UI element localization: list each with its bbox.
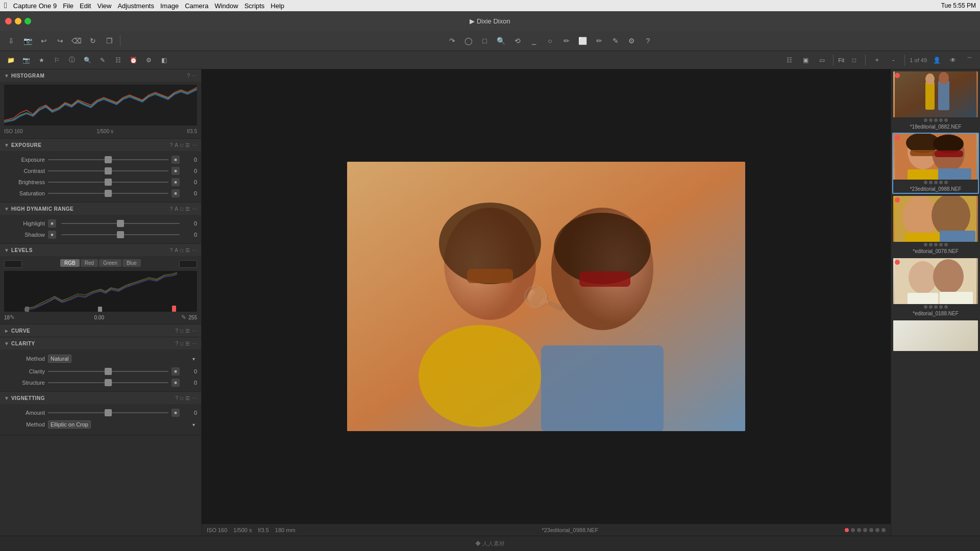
- levels-white-eyedropper[interactable]: ✎: [181, 314, 188, 321]
- clone-tool[interactable]: ⬜: [576, 34, 590, 48]
- hdr-question[interactable]: ?: [170, 206, 173, 212]
- rotate-tool[interactable]: ⟲: [510, 34, 525, 48]
- circle-tool[interactable]: ○: [543, 34, 557, 48]
- contrast-track[interactable]: [48, 170, 168, 171]
- highlight-thumb[interactable]: [117, 220, 124, 227]
- clarity-track[interactable]: [48, 371, 168, 372]
- exposure-more[interactable]: ⋯: [192, 142, 197, 148]
- levels-more[interactable]: ⋯: [192, 247, 197, 253]
- panel-button[interactable]: ⎴: [963, 54, 976, 67]
- histogram-question[interactable]: ?: [187, 73, 190, 79]
- grid-view-button[interactable]: ☷: [782, 54, 796, 67]
- vignetting-method-select[interactable]: Elliptic on Crop Elliptic Rectangular: [48, 420, 91, 429]
- filmstrip-view-button[interactable]: ▭: [815, 54, 828, 67]
- grid-button[interactable]: ☷: [111, 54, 125, 67]
- clarity-more[interactable]: ⋯: [192, 341, 197, 346]
- layers-button[interactable]: ◧: [157, 54, 170, 67]
- levels-header[interactable]: ▼ LEVELS ? A □ ☰ ⋯: [0, 244, 201, 256]
- curve-more[interactable]: ⋯: [192, 328, 197, 334]
- exposure-track[interactable]: [48, 159, 168, 160]
- clarity-thumb[interactable]: [105, 368, 112, 375]
- exposure-question[interactable]: ?: [170, 142, 173, 148]
- hdr-copy[interactable]: □: [180, 206, 183, 212]
- levels-list[interactable]: ☰: [185, 247, 190, 253]
- settings-button[interactable]: ⚙: [625, 34, 639, 48]
- brightness-icon[interactable]: ■: [172, 178, 180, 186]
- levels-auto[interactable]: A: [175, 247, 178, 253]
- levels-question[interactable]: ?: [170, 247, 173, 253]
- clarity-method-select[interactable]: Natural Punch Neutral Soft Classic: [48, 355, 71, 363]
- vignetting-more[interactable]: ⋯: [192, 395, 197, 401]
- tag-button[interactable]: ⚐: [50, 54, 63, 67]
- camera2-button[interactable]: 📷: [19, 54, 33, 67]
- vignetting-list[interactable]: ☰: [185, 395, 190, 401]
- folder-button[interactable]: 📁: [4, 54, 17, 67]
- menu-image[interactable]: Image: [160, 2, 179, 10]
- fit-button[interactable]: □: [847, 54, 861, 67]
- structure-icon[interactable]: ■: [172, 379, 180, 387]
- clarity-question[interactable]: ?: [175, 341, 178, 346]
- curve-question[interactable]: ?: [175, 328, 178, 334]
- hdr-more[interactable]: ⋯: [192, 206, 197, 212]
- zoom-tool[interactable]: 🔍: [494, 34, 508, 48]
- levels-black-eyedropper[interactable]: ✎: [10, 314, 17, 321]
- vignetting-header[interactable]: ▼ VIGNETTING ? □ ☰ ⋯: [0, 392, 201, 404]
- menu-camera[interactable]: Camera: [185, 2, 208, 10]
- thumbnail-5[interactable]: [892, 319, 979, 352]
- saturation-thumb[interactable]: [105, 190, 112, 197]
- curve-header[interactable]: ► CURVE ? □ ☰ ⋯: [0, 324, 201, 337]
- levels-copy[interactable]: □: [180, 247, 183, 253]
- amount-icon[interactable]: ■: [172, 409, 180, 417]
- histogram-more[interactable]: ⋯: [192, 73, 197, 79]
- menu-scripts[interactable]: Scripts: [244, 2, 265, 10]
- histogram-header[interactable]: ▼ HISTOGRAM ? ⋯: [0, 69, 201, 82]
- structure-thumb[interactable]: [105, 379, 112, 386]
- undo-button[interactable]: ↩: [37, 34, 51, 48]
- hdr-list[interactable]: ☰: [185, 206, 190, 212]
- amount-thumb[interactable]: [105, 409, 112, 416]
- camera-button[interactable]: 📷: [20, 34, 35, 48]
- thumbnail-3[interactable]: *editorial_0078.NEF: [892, 195, 979, 256]
- eye-button[interactable]: 👁: [946, 54, 960, 67]
- thumbnail-1[interactable]: *18editorial_0882.NEF: [892, 70, 979, 132]
- single-view-button[interactable]: ▣: [799, 54, 812, 67]
- lasso-tool[interactable]: ◯: [461, 34, 476, 48]
- menu-capture-one[interactable]: Capture One 9: [13, 2, 57, 10]
- menu-window[interactable]: Window: [214, 2, 238, 10]
- clock-button[interactable]: ⏰: [127, 54, 140, 67]
- exposure-header[interactable]: ▼ EXPOSURE ? A □ ☰ ⋯: [0, 139, 201, 151]
- thumbnail-4[interactable]: *editorial_0188.NEF: [892, 257, 979, 318]
- levels-tab-green[interactable]: Green: [99, 259, 121, 267]
- shadow-thumb[interactable]: [117, 231, 124, 238]
- levels-tab-blue[interactable]: Blue: [122, 259, 141, 267]
- straighten-tool[interactable]: ⎯: [527, 34, 541, 48]
- paint-tool[interactable]: ✏: [559, 34, 574, 48]
- exposure-list[interactable]: ☰: [185, 142, 190, 148]
- exposure-auto[interactable]: A: [175, 142, 178, 148]
- clarity-list[interactable]: ☰: [185, 341, 190, 346]
- shadow-track[interactable]: [61, 234, 180, 235]
- brightness-track[interactable]: [48, 182, 168, 183]
- gear-button[interactable]: ⚙: [142, 54, 155, 67]
- menu-adjustments[interactable]: Adjustments: [117, 2, 154, 10]
- menu-file[interactable]: File: [63, 2, 74, 10]
- saturation-track[interactable]: [48, 193, 168, 194]
- exposure-copy[interactable]: □: [180, 142, 183, 148]
- brightness-thumb[interactable]: [105, 179, 112, 186]
- text-tool[interactable]: ✎: [608, 34, 623, 48]
- delete-button[interactable]: ⌫: [69, 34, 84, 48]
- vignetting-question[interactable]: ?: [175, 395, 178, 401]
- menu-view[interactable]: View: [97, 2, 111, 10]
- thumbnail-2[interactable]: *23editorial_0988.NEF: [892, 133, 979, 194]
- vignetting-copy[interactable]: □: [180, 395, 183, 401]
- star-button[interactable]: ★: [35, 54, 48, 67]
- person-button[interactable]: 👤: [930, 54, 943, 67]
- pencil-button[interactable]: ✎: [96, 54, 109, 67]
- levels-tab-red[interactable]: Red: [81, 259, 98, 267]
- menu-help[interactable]: Help: [271, 2, 284, 10]
- contrast-icon[interactable]: ■: [172, 167, 180, 175]
- copy-button[interactable]: ↻: [86, 34, 100, 48]
- zoom-out-button[interactable]: -: [887, 54, 900, 67]
- amount-track[interactable]: [48, 412, 168, 413]
- exposure-thumb[interactable]: [105, 156, 112, 163]
